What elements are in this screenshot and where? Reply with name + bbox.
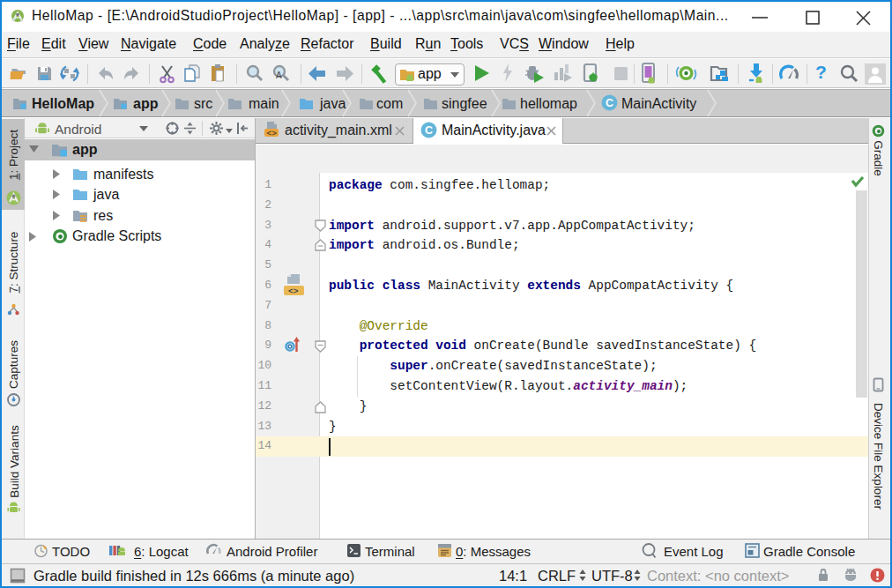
- svg-text:<>: <>: [288, 287, 299, 296]
- svg-text:C: C: [425, 124, 433, 137]
- svg-text:A: A: [276, 71, 282, 80]
- svg-text:<>: <>: [267, 129, 278, 138]
- svg-text:C: C: [606, 97, 613, 109]
